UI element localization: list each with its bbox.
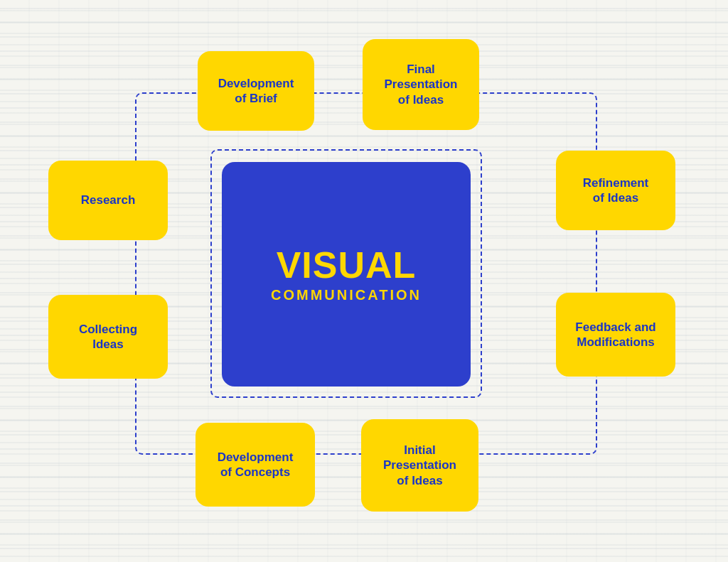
- card-research-label: Research: [81, 193, 136, 207]
- card-feedback: Feedback andModifications: [556, 293, 675, 377]
- center-title: VISUAL: [277, 245, 417, 286]
- card-feedback-label: Feedback andModifications: [575, 320, 655, 350]
- card-development-concepts: Developmentof Concepts: [196, 423, 315, 507]
- card-initial-presentation-label: InitialPresentationof Ideas: [383, 443, 456, 488]
- card-development-brief-label: Developmentof Brief: [218, 76, 294, 107]
- card-refinement: Refinementof Ideas: [556, 151, 675, 230]
- card-final-presentation: FinalPresentationof Ideas: [363, 39, 479, 130]
- card-refinement-label: Refinementof Ideas: [583, 175, 649, 206]
- card-development-concepts-label: Developmentof Concepts: [218, 450, 294, 480]
- center-box: VISUAL COMMUNICATION: [222, 162, 471, 387]
- card-final-presentation-label: FinalPresentationof Ideas: [385, 62, 458, 107]
- card-collecting-ideas-label: CollectingIdeas: [79, 322, 137, 352]
- card-collecting-ideas: CollectingIdeas: [48, 295, 168, 379]
- card-initial-presentation: InitialPresentationof Ideas: [361, 419, 478, 512]
- diagram-container: VISUAL COMMUNICATION Developmentof Brief…: [0, 0, 728, 562]
- center-subtitle: COMMUNICATION: [271, 287, 422, 303]
- card-development-brief: Developmentof Brief: [198, 51, 314, 131]
- card-research: Research: [48, 161, 168, 240]
